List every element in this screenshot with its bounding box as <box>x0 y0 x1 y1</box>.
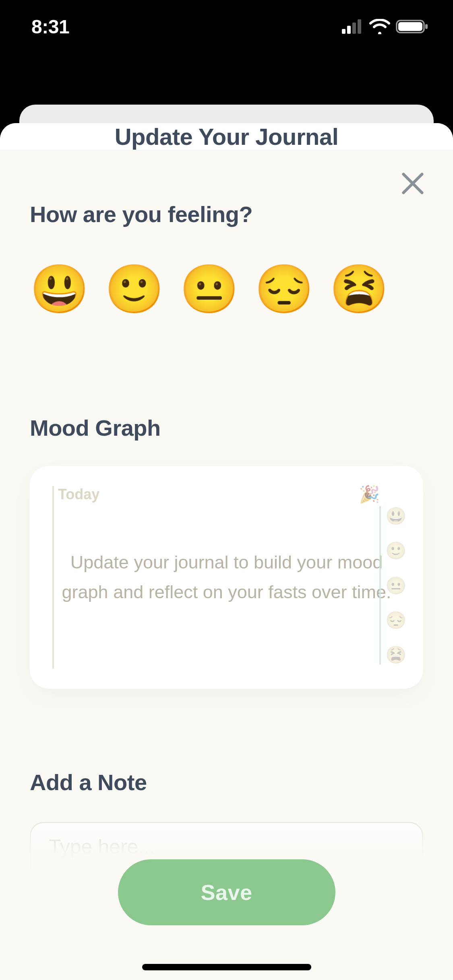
journal-sheet: Update Your Journal How are you feeling?… <box>0 123 453 980</box>
mood-graph-today-marker <box>52 486 55 669</box>
feeling-heading: How are you feeling? <box>30 201 423 227</box>
feeling-section: How are you feeling? 😃 🙂 😐 😔 😫 <box>30 150 423 317</box>
mood-scale-icon: 🙂 <box>385 541 406 560</box>
cellular-signal-icon <box>342 19 364 34</box>
status-time: 8:31 <box>31 16 69 38</box>
wifi-icon <box>369 19 390 34</box>
mood-option-happy[interactable]: 😃 <box>30 261 85 317</box>
battery-icon <box>396 19 429 34</box>
celebrate-icon: 🎉 <box>359 484 380 504</box>
mood-scale-icon: 😔 <box>385 610 406 630</box>
sheet-header: Update Your Journal <box>0 123 453 150</box>
svg-rect-0 <box>342 29 345 34</box>
svg-rect-3 <box>358 19 361 34</box>
mood-option-sad[interactable]: 😔 <box>254 261 310 317</box>
mood-option-neutral[interactable]: 😐 <box>180 261 235 317</box>
mood-option-very-sad[interactable]: 😫 <box>329 261 385 317</box>
mood-graph-heading: Mood Graph <box>30 415 423 441</box>
svg-rect-2 <box>352 23 356 34</box>
mood-emoji-row: 😃 🙂 😐 😔 😫 <box>30 261 423 317</box>
close-button[interactable] <box>395 165 431 202</box>
svg-rect-5 <box>398 22 422 31</box>
home-indicator <box>142 964 311 970</box>
mood-scale-icon: 😐 <box>385 576 406 595</box>
status-bar: 8:31 <box>0 0 453 53</box>
mood-scale-icon: 😫 <box>385 645 406 665</box>
mood-graph-scale: 😃 🙂 😐 😔 😫 <box>384 506 408 665</box>
save-button[interactable]: Save <box>118 859 335 925</box>
close-icon <box>400 171 425 196</box>
viewport: 8:31 <box>0 0 453 980</box>
svg-rect-1 <box>347 26 351 34</box>
mood-graph-section: Mood Graph Today 🎉 Update your journal t… <box>30 415 423 689</box>
sheet-title: Update Your Journal <box>115 123 339 150</box>
mood-graph-empty-text: Update your journal to build your mood g… <box>62 548 392 607</box>
svg-rect-6 <box>425 24 428 29</box>
mood-graph-card: Today 🎉 Update your journal to build you… <box>30 466 423 689</box>
mood-graph-today-label: Today <box>58 486 99 503</box>
mood-option-slightly-happy[interactable]: 🙂 <box>105 261 160 317</box>
mood-scale-icon: 😃 <box>385 506 406 526</box>
status-indicators <box>342 19 429 34</box>
mood-graph-axis <box>379 506 381 665</box>
note-heading: Add a Note <box>30 769 423 795</box>
save-bar: Save <box>0 811 453 980</box>
